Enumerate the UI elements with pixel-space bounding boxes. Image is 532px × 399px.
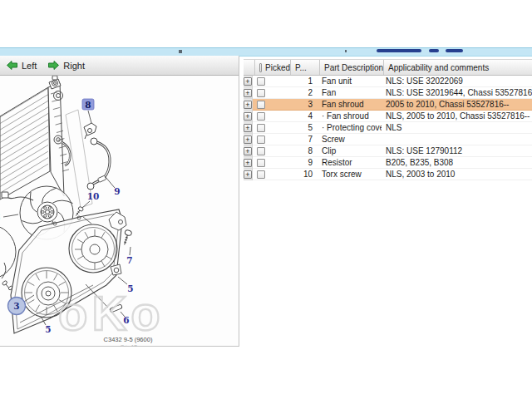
expand-button[interactable]: +	[244, 135, 252, 144]
chrome-dash	[377, 49, 421, 52]
row-checkbox[interactable]	[257, 135, 265, 144]
expand-button[interactable]: +	[244, 101, 252, 109]
part-number-cell: 4	[288, 111, 318, 121]
row-checkbox[interactable]	[257, 124, 265, 132]
right-button[interactable]: Right	[48, 61, 85, 71]
callout-2[interactable]: 2	[0, 211, 1, 221]
expand-column-header	[244, 60, 255, 75]
part-description-cell: · Fan shroud	[318, 111, 382, 121]
part-description-cell: · Protecting cover	[318, 123, 382, 132]
right-arrow-icon	[48, 61, 59, 70]
expand-button[interactable]: +	[244, 147, 252, 155]
expand-button[interactable]: +	[244, 159, 252, 167]
expand-cell: +	[244, 111, 252, 122]
right-button-label: Right	[63, 61, 85, 71]
row-checkbox[interactable]	[257, 112, 265, 121]
left-arrow-icon	[7, 61, 17, 70]
left-button-label: Left	[22, 61, 37, 71]
table-row[interactable]: 5 · Protecting cover NLS	[253, 122, 532, 134]
callout-3[interactable]: 3	[13, 301, 19, 311]
partial-fan	[0, 224, 16, 279]
chrome-mark	[179, 50, 182, 53]
part-description-cell: Fan shroud	[318, 100, 382, 109]
part-number-cell: 7	[288, 135, 318, 144]
chrome-dash	[429, 49, 439, 52]
part-number-cell: 1	[288, 76, 318, 86]
sensor-part	[84, 123, 96, 139]
table-header: Picked P... Part Description Applicabili…	[244, 59, 532, 76]
picked-column-header: Picked	[255, 60, 291, 75]
diagram-panel: Left Right	[0, 56, 239, 347]
applicability-cell: NLS, 2003 to 2010	[382, 170, 532, 179]
applicability-cell: B205, B235, B308	[382, 158, 532, 167]
description-column-header[interactable]: Part Description	[320, 60, 384, 75]
table-row[interactable]: 1 Fan unit NLS: USE 32022069	[253, 76, 532, 87]
part-no-header-label: P...	[295, 63, 307, 72]
select-all-checkbox[interactable]	[259, 63, 262, 72]
expand-cell: +	[244, 76, 252, 87]
diagram-caption: C3432 9-5 (9600)	[104, 336, 153, 343]
table-row[interactable]: 9 Resistor B205, B235, B308	[253, 157, 532, 169]
expand-cell: +	[244, 134, 252, 145]
applicability-cell: NLS: USE 32019644, Chassi 53527816-- AC/…	[382, 88, 532, 97]
expand-cell: +	[244, 87, 252, 99]
description-header-label: Part Description	[324, 63, 383, 72]
row-checkbox[interactable]	[257, 170, 265, 179]
table-row[interactable]: 7 Screw	[253, 134, 532, 145]
part-number-cell: 9	[288, 158, 318, 167]
expand-cell: +	[244, 99, 252, 111]
row-checkbox[interactable]	[257, 101, 265, 109]
callout-7[interactable]: 7	[126, 255, 132, 265]
diagram-toolbar: Left Right	[0, 56, 239, 76]
applicability-cell: NLS: USE 12790112	[382, 146, 532, 155]
callout-8[interactable]: 8	[85, 100, 91, 110]
table-body: 1 Fan unit NLS: USE 32022069 2 Fan NLS: …	[253, 76, 532, 180]
row-checkbox[interactable]	[257, 77, 265, 86]
part-description-cell: Clip	[318, 146, 382, 155]
applicability-cell: NLS: USE 32022069	[382, 76, 532, 86]
parts-diagram: 8 9 10 2 3 7 5 6 5 oKo C3432 9-5 (9600) …	[0, 76, 239, 347]
table-row[interactable]: 8 Clip NLS: USE 12790112	[253, 145, 532, 157]
part-description-cell: Screw	[318, 135, 382, 144]
hose-part	[87, 138, 110, 190]
part-number-cell: 10	[288, 170, 318, 179]
callout-10[interactable]: 10	[87, 191, 100, 201]
expand-button[interactable]: +	[244, 77, 252, 86]
applicability-cell: NLS	[382, 123, 532, 132]
part-number-cell: 8	[288, 146, 318, 155]
part-number-cell: 2	[288, 88, 318, 97]
applicability-cell: NLS, 2005 to 2010, Chassi 53527816--	[382, 111, 532, 121]
expand-cell: +	[244, 145, 252, 157]
expand-button[interactable]: +	[244, 112, 252, 121]
row-checkbox[interactable]	[257, 159, 265, 167]
table-row[interactable]: 10 Torx screw NLS, 2003 to 2010	[253, 169, 532, 180]
callout-5-bottom[interactable]: 5	[45, 324, 51, 334]
radiator	[0, 76, 70, 200]
expand-button[interactable]: +	[244, 89, 252, 97]
chrome-mark	[345, 50, 347, 52]
callout-9[interactable]: 9	[114, 186, 120, 196]
chrome-dash	[446, 49, 463, 52]
part-description-cell: Torx screw	[318, 170, 382, 179]
applicability-cell: 2005 to 2010, Chassi 53527816--	[382, 100, 532, 109]
expand-cell: +	[244, 169, 252, 180]
part-description-cell: Fan	[318, 88, 382, 97]
expand-button[interactable]: +	[244, 124, 252, 132]
picked-header-label: Picked	[265, 63, 290, 72]
table-row[interactable]: 2 Fan NLS: USE 32019644, Chassi 53527816…	[253, 87, 532, 99]
expand-strip: + + + + + + + + +	[244, 76, 253, 180]
expand-cell: +	[244, 157, 252, 169]
left-button[interactable]: Left	[7, 61, 37, 71]
applicability-column-header[interactable]: Applicability and comments	[384, 60, 532, 75]
part-description-cell: Fan unit	[318, 76, 382, 86]
part-no-column-header[interactable]: P...	[291, 60, 320, 75]
table-row[interactable]: 3 Fan shroud 2005 to 2010, Chassi 535278…	[253, 99, 532, 111]
row-checkbox[interactable]	[257, 89, 265, 97]
part-description-cell: Resistor	[318, 158, 382, 167]
part-number-cell: 3	[288, 100, 318, 109]
expand-button[interactable]: +	[244, 170, 252, 179]
expand-cell: +	[244, 122, 252, 134]
row-checkbox[interactable]	[257, 147, 265, 155]
table-row[interactable]: 4 · Fan shroud NLS, 2005 to 2010, Chassi…	[253, 111, 532, 122]
diagram-subcaption: Orio AB	[121, 344, 138, 347]
